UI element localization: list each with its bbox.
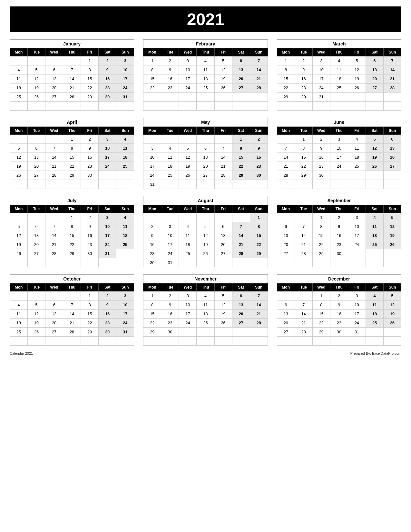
day-cell: 16 [99,74,116,84]
day-cell: 11 [348,144,366,153]
day-cell: 14 [250,65,268,74]
day-cell: 4 [197,56,214,65]
month-march: MarchMonTueWedThuFriSatSun12345678910111… [277,39,401,111]
day-cell: 11 [10,74,28,84]
day-cell: 8 [81,65,99,74]
day-cell: 22 [312,319,330,328]
day-cell: 30 [330,249,348,258]
day-cell: 18 [116,153,134,162]
day-cell: 27 [28,249,45,258]
day-cell: 23 [161,84,179,93]
day-header-tue: Tue [295,48,312,56]
day-cell: 27 [232,84,250,93]
day-cell: 3 [179,291,197,300]
day-cell: 6 [232,56,250,65]
day-cell: 22 [295,162,312,171]
day-cell: 10 [99,144,116,153]
day-cell [28,258,45,267]
day-cell [232,93,250,102]
day-cell [330,337,348,346]
day-cell [330,180,348,189]
day-cell [81,258,99,267]
day-cell [116,102,134,111]
day-cell: 17 [99,153,116,162]
day-cell: 5 [383,291,401,300]
day-cell: 8 [143,300,161,310]
day-cell: 24 [99,162,116,171]
day-cell: 19 [214,310,232,319]
day-cell: 26 [179,171,197,180]
day-cell: 11 [330,65,348,74]
day-cell [214,213,232,222]
day-cell: 20 [45,84,63,93]
day-cell [179,328,197,337]
day-cell: 24 [161,249,179,258]
calendars-grid: JanuaryMonTueWedThuFriSatSun123456789101… [10,39,401,346]
day-cell: 16 [330,231,348,240]
day-cell: 29 [277,93,295,102]
day-cell [45,135,63,144]
day-cell: 20 [366,74,383,84]
day-cell: 14 [295,231,312,240]
day-cell: 31 [161,258,179,267]
day-cell: 11 [10,310,28,319]
day-cell [179,337,197,346]
day-cell [383,337,401,346]
day-cell: 17 [179,74,197,84]
day-cell [10,135,28,144]
day-cell [214,258,232,267]
day-cell: 18 [116,231,134,240]
day-header-wed: Wed [179,127,197,135]
day-cell: 14 [232,231,250,240]
day-cell: 13 [197,153,214,162]
day-cell: 25 [116,240,134,249]
day-cell [143,213,161,222]
day-header-fri: Fri [81,205,99,213]
day-cell: 18 [10,319,28,328]
month-july: JulyMonTueWedThuFriSatSun123456789101112… [10,196,134,267]
day-cell: 2 [81,213,99,222]
day-cell: 19 [10,162,28,171]
day-cell [45,213,63,222]
day-cell: 31 [312,93,330,102]
day-cell: 22 [143,84,161,93]
day-cell: 26 [28,93,45,102]
day-header-tue: Tue [295,283,312,291]
day-cell: 1 [250,213,268,222]
day-cell: 16 [161,74,179,84]
day-header-sun: Sun [250,48,268,56]
day-cell: 12 [197,231,214,240]
day-cell: 12 [179,153,197,162]
day-cell: 8 [250,222,268,231]
day-cell: 6 [214,222,232,231]
day-cell: 15 [81,310,99,319]
day-cell [45,337,63,346]
day-cell: 8 [143,65,161,74]
day-cell: 6 [277,222,295,231]
day-cell [348,337,366,346]
day-cell: 18 [330,74,348,84]
day-cell: 16 [81,153,99,162]
day-cell [383,249,401,258]
day-cell: 15 [250,231,268,240]
day-header-wed: Wed [312,127,330,135]
day-header-mon: Mon [143,127,161,135]
day-cell: 7 [277,144,295,153]
day-header-fri: Fri [81,283,99,291]
day-cell: 6 [383,135,401,144]
day-cell [214,180,232,189]
month-name: September [277,196,401,205]
day-cell: 1 [143,291,161,300]
day-cell: 2 [250,135,268,144]
day-header-wed: Wed [179,283,197,291]
day-cell [330,93,348,102]
day-cell: 1 [81,56,99,65]
day-cell: 11 [116,144,134,153]
day-cell: 9 [81,222,99,231]
day-cell: 7 [214,144,232,153]
day-cell: 26 [28,328,45,337]
day-cell [10,56,28,65]
day-cell: 21 [63,84,81,93]
day-cell [116,249,134,258]
day-cell: 5 [214,56,232,65]
